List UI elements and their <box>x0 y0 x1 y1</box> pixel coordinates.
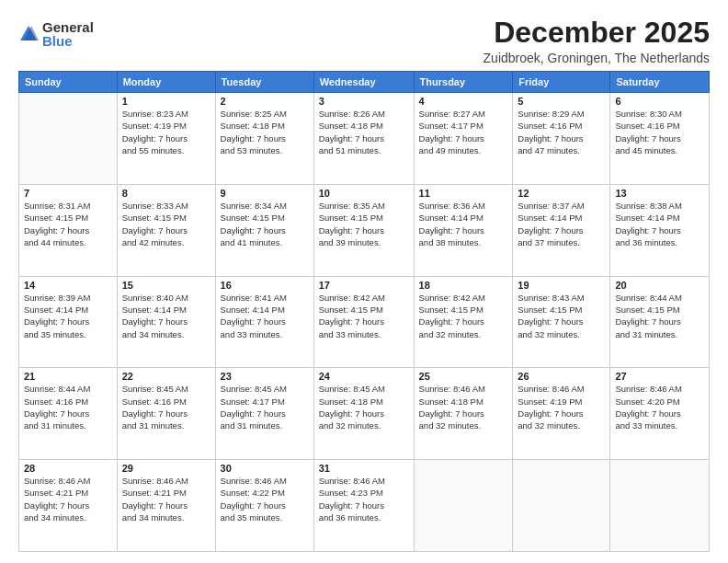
table-row: 16Sunrise: 8:41 AMSunset: 4:14 PMDayligh… <box>215 276 313 368</box>
day-info: Daylight: 7 hours <box>419 224 508 236</box>
day-info: and 55 minutes. <box>122 144 210 156</box>
day-info: Sunrise: 8:42 AM <box>319 292 409 304</box>
day-info: Sunset: 4:19 PM <box>518 396 605 408</box>
table-row: 23Sunrise: 8:45 AMSunset: 4:17 PMDayligh… <box>215 368 313 460</box>
day-info: Daylight: 7 hours <box>419 132 508 144</box>
col-saturday: Saturday <box>610 72 710 93</box>
day-info: Daylight: 7 hours <box>221 500 309 511</box>
table-row: 11Sunrise: 8:36 AMSunset: 4:14 PMDayligh… <box>414 184 513 276</box>
table-row: 5Sunrise: 8:29 AMSunset: 4:16 PMDaylight… <box>513 93 610 185</box>
day-number: 16 <box>221 280 309 291</box>
day-info: Daylight: 7 hours <box>615 224 704 236</box>
table-row: 25Sunrise: 8:46 AMSunset: 4:18 PMDayligh… <box>414 368 513 460</box>
day-info: and 32 minutes. <box>319 419 409 431</box>
day-info: Daylight: 7 hours <box>122 408 210 419</box>
calendar-table: Sunday Monday Tuesday Wednesday Thursday… <box>18 71 710 552</box>
day-info: and 36 minutes. <box>319 511 409 523</box>
calendar-week-row: 1Sunrise: 8:23 AMSunset: 4:19 PMDaylight… <box>19 93 710 185</box>
table-row: 8Sunrise: 8:33 AMSunset: 4:15 PMDaylight… <box>117 184 215 276</box>
day-info: and 34 minutes. <box>122 511 210 523</box>
day-info: and 39 minutes. <box>319 236 409 248</box>
calendar-week-row: 21Sunrise: 8:44 AMSunset: 4:16 PMDayligh… <box>19 368 710 460</box>
day-info: Sunset: 4:15 PM <box>518 304 605 316</box>
day-number: 15 <box>122 280 210 291</box>
day-number: 10 <box>319 188 409 199</box>
day-info: Sunset: 4:20 PM <box>615 396 704 408</box>
day-info: Daylight: 7 hours <box>319 132 409 144</box>
logo-text: General Blue <box>42 20 94 48</box>
day-info: Daylight: 7 hours <box>221 316 309 327</box>
day-info: Sunset: 4:21 PM <box>24 487 112 499</box>
day-info: Daylight: 7 hours <box>221 132 309 144</box>
day-number: 14 <box>24 280 112 291</box>
logo-general-text: General <box>42 20 94 34</box>
day-info: Sunrise: 8:46 AM <box>24 475 112 487</box>
day-info: Daylight: 7 hours <box>24 316 112 327</box>
calendar-week-row: 28Sunrise: 8:46 AMSunset: 4:21 PMDayligh… <box>19 460 710 552</box>
day-number: 18 <box>419 280 508 291</box>
day-number: 19 <box>518 280 605 291</box>
day-number: 1 <box>122 96 210 107</box>
day-number: 5 <box>518 96 605 107</box>
day-info: Daylight: 7 hours <box>419 408 508 419</box>
day-info: Daylight: 7 hours <box>319 500 409 511</box>
day-info: Sunrise: 8:46 AM <box>419 383 508 395</box>
day-info: Daylight: 7 hours <box>122 132 210 144</box>
day-info: Sunrise: 8:41 AM <box>221 292 309 304</box>
day-number: 3 <box>319 96 409 107</box>
day-info: and 53 minutes. <box>221 144 309 156</box>
day-info: Sunset: 4:15 PM <box>615 304 704 316</box>
day-number: 28 <box>24 463 112 474</box>
day-info: Sunrise: 8:31 AM <box>24 200 112 212</box>
day-info: Sunrise: 8:37 AM <box>518 200 605 212</box>
table-row <box>610 460 710 552</box>
day-info: and 33 minutes. <box>221 328 309 340</box>
day-info: and 47 minutes. <box>518 144 605 156</box>
day-info: Daylight: 7 hours <box>122 500 210 511</box>
day-info: Sunrise: 8:42 AM <box>419 292 508 304</box>
day-info: Sunrise: 8:26 AM <box>319 108 409 120</box>
day-info: Sunset: 4:22 PM <box>221 487 309 499</box>
day-info: and 44 minutes. <box>24 236 112 248</box>
day-number: 6 <box>615 96 704 107</box>
table-row <box>513 460 610 552</box>
day-info: Daylight: 7 hours <box>518 224 605 236</box>
col-thursday: Thursday <box>414 72 513 93</box>
day-number: 25 <box>419 371 508 382</box>
day-info: Sunset: 4:14 PM <box>221 304 309 316</box>
day-info: Sunrise: 8:39 AM <box>24 292 112 304</box>
table-row: 29Sunrise: 8:46 AMSunset: 4:21 PMDayligh… <box>117 460 215 552</box>
day-info: Sunrise: 8:43 AM <box>518 292 605 304</box>
day-info: Sunset: 4:21 PM <box>122 487 210 499</box>
day-info: Sunset: 4:18 PM <box>319 120 409 132</box>
day-info: and 31 minutes. <box>24 419 112 431</box>
day-number: 30 <box>221 463 309 474</box>
day-info: Sunset: 4:15 PM <box>122 212 210 224</box>
day-info: Sunrise: 8:44 AM <box>615 292 704 304</box>
day-number: 20 <box>615 280 704 291</box>
table-row: 20Sunrise: 8:44 AMSunset: 4:15 PMDayligh… <box>610 276 710 368</box>
table-row: 12Sunrise: 8:37 AMSunset: 4:14 PMDayligh… <box>513 184 610 276</box>
table-row: 28Sunrise: 8:46 AMSunset: 4:21 PMDayligh… <box>19 460 118 552</box>
day-info: and 51 minutes. <box>319 144 409 156</box>
day-info: Sunrise: 8:29 AM <box>518 108 605 120</box>
day-info: Sunrise: 8:46 AM <box>615 383 704 395</box>
day-number: 11 <box>419 188 508 199</box>
day-info: Sunrise: 8:40 AM <box>122 292 210 304</box>
day-info: Sunrise: 8:46 AM <box>319 475 409 487</box>
day-info: Sunrise: 8:45 AM <box>221 383 309 395</box>
day-number: 2 <box>221 96 309 107</box>
day-info: Sunrise: 8:23 AM <box>122 108 210 120</box>
day-info: and 49 minutes. <box>419 144 508 156</box>
day-number: 4 <box>419 96 508 107</box>
day-info: and 35 minutes. <box>221 511 309 523</box>
day-info: and 33 minutes. <box>319 328 409 340</box>
day-info: Sunrise: 8:46 AM <box>518 383 605 395</box>
day-info: Sunrise: 8:33 AM <box>122 200 210 212</box>
day-info: Sunset: 4:17 PM <box>221 396 309 408</box>
table-row: 19Sunrise: 8:43 AMSunset: 4:15 PMDayligh… <box>513 276 610 368</box>
day-info: and 32 minutes. <box>419 328 508 340</box>
day-info: Sunset: 4:15 PM <box>319 212 409 224</box>
table-row: 14Sunrise: 8:39 AMSunset: 4:14 PMDayligh… <box>19 276 118 368</box>
day-info: and 33 minutes. <box>615 419 704 431</box>
